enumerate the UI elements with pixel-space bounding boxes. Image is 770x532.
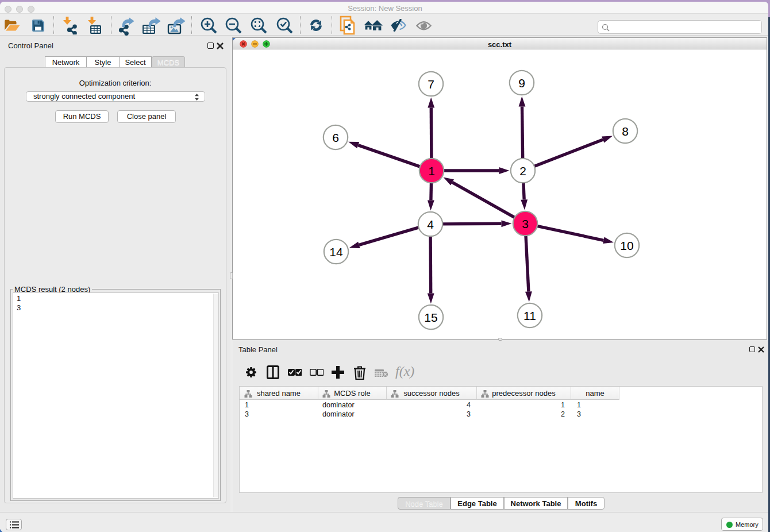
svg-text:1: 1 [428,164,435,178]
svg-text:2: 2 [519,164,526,178]
svg-text:14: 14 [329,245,343,259]
svg-text:6: 6 [332,131,339,144]
svg-text:8: 8 [622,125,629,138]
svg-text:3: 3 [522,217,529,230]
svg-text:15: 15 [424,311,437,324]
svg-text:4: 4 [427,218,434,231]
svg-text:10: 10 [620,239,633,252]
svg-text:7: 7 [428,78,434,91]
svg-text:11: 11 [523,309,536,322]
svg-text:9: 9 [518,76,525,90]
